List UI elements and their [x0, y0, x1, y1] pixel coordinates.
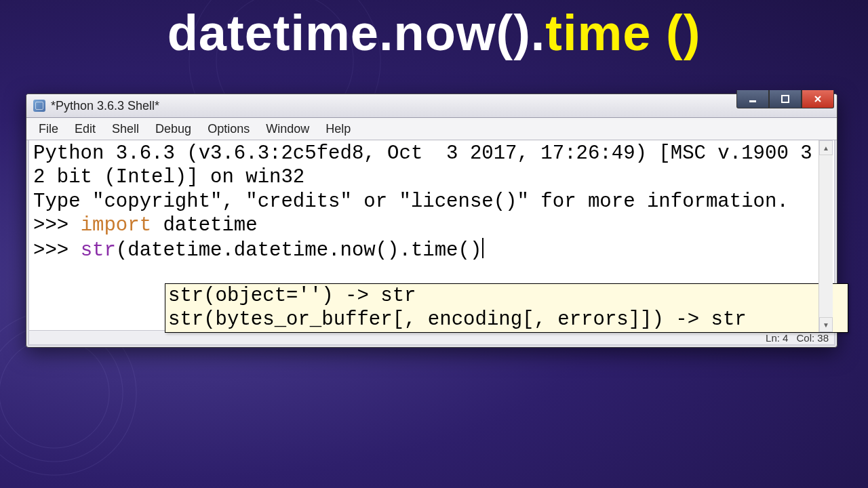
menu-window[interactable]: Window [258, 119, 317, 139]
idle-window: *Python 3.6.3 Shell* File Edit Shell Deb… [26, 94, 837, 348]
menu-file[interactable]: File [31, 119, 66, 139]
svg-rect-0 [749, 100, 756, 102]
banner-line1: Python 3.6.3 (v3.6.3:2c5fed8, Oct 3 2017… [33, 142, 812, 188]
code1-rest: datetime [151, 214, 258, 237]
menubar: File Edit Shell Debug Options Window Hel… [26, 118, 837, 140]
idle-app-icon [33, 100, 45, 112]
headline-part2: time () [545, 5, 701, 61]
menu-debug[interactable]: Debug [147, 119, 199, 139]
menu-edit[interactable]: Edit [66, 119, 104, 139]
slide-headline: datetime.now().time () [0, 4, 868, 62]
vertical-scrollbar[interactable]: ▲ ▼ [818, 140, 833, 332]
tooltip-line2: str(bytes_or_buffer[, encoding[, errors]… [168, 308, 747, 331]
window-title: *Python 3.6.3 Shell* [51, 99, 159, 113]
code2-rest: (datetime.datetime.now().time() [116, 239, 482, 262]
headline-part1: datetime.now(). [167, 5, 546, 61]
builtin-str: str [81, 239, 116, 262]
menu-help[interactable]: Help [317, 119, 359, 139]
scrollbar-up-arrow-icon[interactable]: ▲ [819, 140, 833, 155]
window-buttons [736, 90, 834, 108]
banner-line2: Type "copyright", "credits" or "license(… [33, 190, 789, 213]
shell-editor[interactable]: Python 3.6.3 (v3.6.3:2c5fed8, Oct 3 2017… [29, 140, 834, 330]
menu-shell[interactable]: Shell [104, 119, 147, 139]
prompt-1: >>> [33, 214, 81, 237]
svg-rect-1 [782, 96, 789, 102]
shell-body: Python 3.6.3 (v3.6.3:2c5fed8, Oct 3 2017… [28, 140, 835, 346]
maximize-button[interactable] [769, 90, 802, 108]
keyword-import: import [81, 214, 151, 237]
text-cursor [482, 238, 484, 258]
menu-options[interactable]: Options [199, 119, 258, 139]
status-line: Ln: 4 [766, 332, 788, 344]
close-button[interactable] [802, 90, 834, 108]
prompt-2: >>> [33, 239, 81, 262]
call-tip: str(object='') -> str str(bytes_or_buffe… [165, 283, 848, 333]
titlebar[interactable]: *Python 3.6.3 Shell* [26, 94, 837, 118]
scrollbar-down-arrow-icon[interactable]: ▼ [819, 317, 833, 332]
status-col: Col: 38 [796, 332, 829, 344]
tooltip-line1: str(object='') -> str [168, 285, 416, 307]
minimize-button[interactable] [736, 90, 769, 108]
